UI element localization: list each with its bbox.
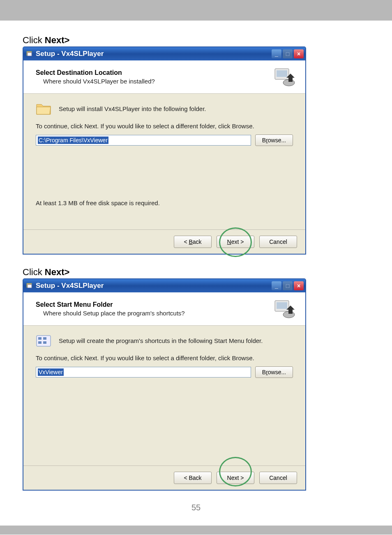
app-icon — [26, 282, 33, 290]
wizard-header-subtitle: Where should Vx4SLPlayer be installed? — [36, 78, 272, 85]
startmenu-text: Setup will create the program's shortcut… — [59, 337, 263, 344]
page-number: 55 — [23, 503, 369, 512]
wizard-body: Setup will create the program's shortcut… — [23, 326, 305, 466]
startmenu-path-input[interactable]: VxViewer — [36, 367, 251, 378]
wizard-body: Setup will install Vx4SLPlayer into the … — [23, 94, 305, 229]
startmenu-path-value: VxViewer — [38, 368, 64, 376]
destination-path-value: C:\Program Files\VxViewer — [38, 137, 108, 144]
window-controls: _ □ × — [272, 281, 304, 290]
wizard-header: Select Destination Location Where should… — [23, 60, 305, 94]
back-button[interactable]: < Back — [174, 236, 212, 248]
window-controls: _ □ × — [272, 49, 304, 58]
install-icon — [272, 298, 297, 320]
minimize-button[interactable]: _ — [272, 49, 281, 58]
wizard-header-title: Select Destination Location — [36, 69, 272, 76]
browse-button[interactable]: Browse... — [255, 366, 293, 378]
destination-path-input[interactable]: C:\Program Files\VxViewer — [36, 135, 251, 146]
svg-rect-14 — [43, 341, 46, 344]
wizard-header-subtitle: Where should Setup place the program's s… — [36, 310, 272, 317]
continue-text: To continue, click Next. If you would li… — [36, 123, 293, 130]
setup-window-destination: Setup - Vx4SLPlayer _ □ × Select Destina… — [23, 46, 306, 255]
back-button[interactable]: < Back — [174, 472, 212, 484]
svg-rect-12 — [43, 337, 46, 340]
close-button[interactable]: × — [294, 49, 304, 58]
minimize-button[interactable]: _ — [272, 281, 281, 290]
wizard-footer: < Back Next > Cancel — [23, 466, 305, 490]
svg-rect-11 — [38, 337, 42, 340]
setup-window-startmenu: Setup - Vx4SLPlayer _ □ × Select Start M… — [23, 278, 306, 491]
next-button[interactable]: Next > — [217, 236, 254, 248]
instruction-1: Click Next> — [23, 35, 369, 46]
maximize-button: □ — [283, 281, 293, 290]
app-icon — [26, 50, 33, 58]
wizard-header: Select Start Menu Folder Where should Se… — [23, 292, 305, 326]
page-footer-bar — [0, 526, 392, 535]
install-folder-text: Setup will install Vx4SLPlayer into the … — [59, 105, 206, 112]
titlebar[interactable]: Setup - Vx4SLPlayer _ □ × — [23, 279, 305, 292]
maximize-button: □ — [283, 49, 293, 58]
folder-icon — [36, 102, 51, 115]
install-icon — [272, 66, 297, 88]
svg-rect-13 — [38, 341, 42, 344]
cancel-button[interactable]: Cancel — [259, 236, 297, 248]
svg-rect-10 — [37, 336, 51, 346]
browse-button[interactable]: Browse... — [255, 134, 293, 146]
instruction-1-prefix: Click — [23, 35, 45, 45]
instruction-1-bold: Next> — [45, 35, 70, 45]
instruction-2: Click Next> — [23, 267, 369, 278]
window-title: Setup - Vx4SLPlayer — [36, 50, 272, 58]
svg-rect-6 — [28, 285, 32, 288]
page-header-bar — [0, 0, 392, 21]
disk-space-text: At least 1.3 MB of free disk space is re… — [36, 199, 293, 206]
titlebar[interactable]: Setup - Vx4SLPlayer _ □ × — [23, 47, 305, 60]
instruction-2-bold: Next> — [45, 267, 70, 277]
svg-rect-1 — [28, 53, 32, 56]
svg-rect-3 — [277, 70, 287, 77]
close-button[interactable]: × — [294, 281, 304, 290]
instruction-2-prefix: Click — [23, 267, 45, 277]
svg-rect-8 — [277, 302, 287, 309]
wizard-header-title: Select Start Menu Folder — [36, 301, 272, 308]
startmenu-folder-icon — [36, 334, 51, 347]
window-title: Setup - Vx4SLPlayer — [36, 282, 272, 290]
continue-text: To continue, click Next. If you would li… — [36, 354, 293, 361]
next-button[interactable]: Next > — [217, 472, 254, 484]
cancel-button[interactable]: Cancel — [259, 472, 297, 484]
wizard-footer: < Back Next > Cancel — [23, 229, 305, 254]
